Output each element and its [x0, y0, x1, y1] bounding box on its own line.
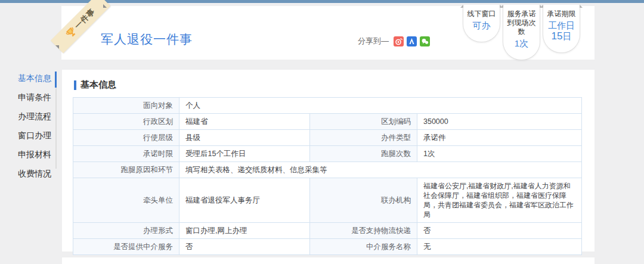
- wechat-icon[interactable]: [420, 36, 430, 46]
- field-label: 中介服务名称: [310, 239, 417, 255]
- field-value: 无: [417, 239, 582, 255]
- badge-value: 可办: [465, 20, 498, 31]
- field-label: 办件类型: [310, 130, 417, 146]
- table-row: 承诺时限 受理后15个工作日 跑腿次数 1次: [73, 146, 582, 162]
- sidebar-nav: 基本信息 申请条件 办理流程 窗口办理 申报材料 收费情况: [18, 73, 54, 188]
- basic-info-table: 面向对象 个人 行政区划 福建省 区划编码 350000 行使层级 县级 办件类…: [73, 97, 582, 255]
- field-label: 跑腿原因和环节: [73, 162, 179, 178]
- table-row: 牵头单位 福建省退役军人事务厅 联办机构 福建省公安厅,福建省财政厅,福建省人力…: [73, 178, 582, 223]
- table-row: 跑腿原因和环节 填写相关表格、递交纸质材料、信息采集等: [73, 162, 582, 178]
- badge-promise-deadline: 承诺期限 工作日15日: [543, 5, 580, 53]
- field-value: 否: [417, 223, 582, 239]
- field-label: 牵头单位: [73, 178, 179, 223]
- basic-info-panel: 基本信息 面向对象 个人 行政区划 福建省 区划编码 350000 行使层级 县…: [62, 70, 595, 251]
- field-label: 区划编码: [310, 114, 417, 130]
- sidebar-item-application-conditions[interactable]: 申请条件: [18, 92, 54, 103]
- section-accent-bar: [74, 80, 76, 90]
- field-label: 跑腿次数: [310, 146, 417, 162]
- field-label: 联办机构: [310, 178, 417, 223]
- badge-label: 服务承诺到现场次数: [505, 10, 538, 36]
- field-value: 福建省公安厅,福建省财政厅,福建省人力资源和社会保障厅，福建省组织部，福建省医疗…: [417, 178, 582, 223]
- sidebar-item-process[interactable]: 办理流程: [18, 111, 54, 122]
- sidebar-item-materials[interactable]: 申报材料: [18, 150, 54, 160]
- field-value: 350000: [417, 114, 582, 130]
- badge-label: 承诺期限: [545, 10, 578, 18]
- field-value: 受理后15个工作日: [179, 146, 310, 162]
- field-value: 1次: [417, 146, 582, 162]
- weibo-icon[interactable]: [394, 36, 404, 46]
- ribbon-fold-bottom: [55, 45, 59, 49]
- badge-offline-window: 线下窗口 可办: [463, 5, 500, 42]
- service-badges: 线下窗口 可办 服务承诺到现场次数 1次 承诺期限 工作日15日: [463, 5, 580, 60]
- field-label: 是否提供中介服务: [73, 239, 179, 255]
- sidebar-rail-active-indicator: [55, 72, 57, 88]
- page-title: 军人退役一件事: [101, 31, 193, 48]
- field-label: 行政区划: [73, 114, 179, 130]
- field-value: 窗口办理,网上办理: [179, 223, 310, 239]
- field-value: 个人: [179, 98, 582, 114]
- share-bar: 分享到—: [358, 36, 430, 46]
- sidebar-item-fees[interactable]: 收费情况: [18, 169, 54, 179]
- ribbon-fold-top: [103, 4, 107, 8]
- share-label: 分享到—: [358, 36, 389, 46]
- field-label: 是否支持物流快递: [310, 223, 417, 239]
- table-row: 行政区划 福建省 区划编码 350000: [73, 114, 582, 130]
- badge-visit-count: 服务承诺到现场次数 1次: [503, 5, 540, 60]
- ribbon-label: 一件事: [72, 6, 97, 31]
- table-row: 面向对象 个人: [73, 98, 582, 114]
- field-value: 填写相关表格、递交纸质材料、信息采集等: [179, 162, 582, 178]
- field-value: 承诺件: [417, 130, 582, 146]
- header-panel: 一件事 军人退役一件事 分享到—: [61, 6, 595, 60]
- sidebar-item-window-handling[interactable]: 窗口办理: [18, 131, 54, 141]
- section-header: 基本信息: [74, 79, 116, 91]
- renren-icon[interactable]: [407, 36, 417, 46]
- field-value: 福建省: [179, 114, 310, 130]
- table-row: 办理形式 窗口办理,网上办理 是否支持物流快递 否: [73, 223, 582, 239]
- badge-value: 1次: [505, 38, 538, 49]
- field-value: 否: [179, 239, 310, 255]
- field-value: 县级: [179, 130, 310, 146]
- badge-value: 工作日15日: [545, 20, 578, 42]
- field-value: 福建省退役军人事务厅: [179, 178, 310, 223]
- section-title: 基本信息: [80, 79, 116, 91]
- table-row: 是否提供中介服务 否 中介服务名称 无: [73, 239, 582, 255]
- badge-label: 线下窗口: [465, 10, 498, 18]
- field-label: 办理形式: [73, 223, 179, 239]
- field-label: 行使层级: [73, 130, 179, 146]
- next-section-panel: [62, 257, 595, 264]
- field-label: 面向对象: [73, 98, 179, 114]
- field-label: 承诺时限: [73, 146, 179, 162]
- sidebar-item-basic-info[interactable]: 基本信息: [18, 73, 54, 84]
- table-row: 行使层级 县级 办件类型 承诺件: [73, 130, 582, 146]
